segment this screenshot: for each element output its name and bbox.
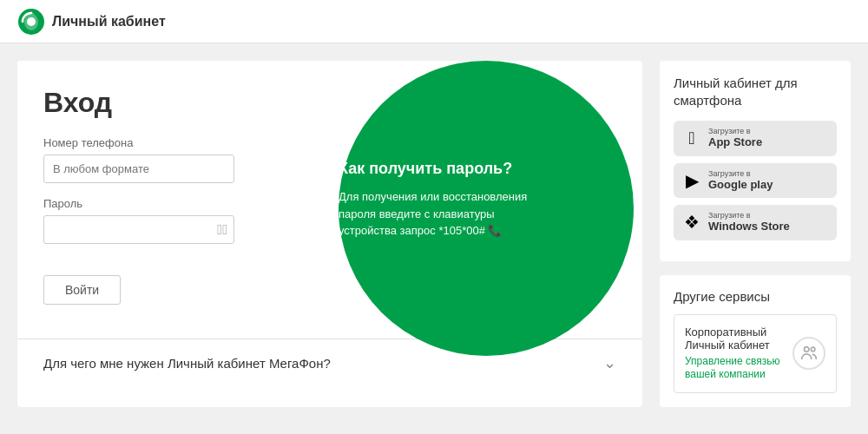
users-icon [799,344,819,363]
form-area: Вход Номер телефона Пароль 👁̸ В [43,87,269,312]
header-title: Личный кабинет [52,14,166,30]
appstore-text: Загрузите в App Store [708,128,762,149]
corporate-service-card: Корпоративный Личный кабинет Управление … [674,314,837,393]
phone-input[interactable] [43,155,234,183]
googleplay-text: Загрузите в Google play [708,170,773,192]
service-info: Корпоративный Личный кабинет Управление … [685,326,786,382]
appstore-name: App Store [708,135,762,149]
password-label: Пароль [43,197,269,210]
googleplay-sub: Загрузите в [708,170,773,178]
info-body: Для получения или восстановления пароля … [339,188,538,240]
windowsstore-button[interactable]: ❖ Загрузите в Windows Store [674,205,837,240]
appstore-button[interactable]:  Загрузите в App Store [674,121,837,156]
login-button[interactable]: Войти [43,275,121,305]
form-title: Вход [43,87,269,119]
faq-section[interactable]: Для чего мне нужен Личный кабинет МегаФо… [17,339,642,386]
other-services-section: Другие сервисы Корпоративный Личный каби… [660,275,851,407]
windowsstore-name: Windows Store [708,220,790,233]
password-field-group: Пароль 👁̸ [43,197,269,244]
phone-field-group: Номер телефона [43,136,269,183]
windowsstore-text: Загрузите в Windows Store [708,212,790,233]
left-panel: Вход Номер телефона Пароль 👁̸ В [17,61,642,407]
password-input[interactable] [43,215,234,244]
main-content: Вход Номер телефона Пароль 👁̸ В [0,43,868,424]
googleplay-icon: ▶ [682,170,701,191]
info-area: Как получить пароль? Для получения или в… [269,87,616,312]
header: Личный кабинет [0,0,868,43]
service-link[interactable]: Управление связью вашей компании [685,355,786,382]
toggle-password-icon[interactable]: 👁̸ [217,222,227,238]
phone-label: Номер телефона [43,136,269,149]
svg-point-2 [805,347,810,352]
login-section: Вход Номер телефона Пароль 👁̸ В [17,61,642,339]
chevron-down-icon: ⌄ [603,353,616,372]
info-text-box: Как получить пароль? Для получения или в… [321,142,564,257]
googleplay-name: Google play [708,178,773,192]
service-icon-circle [792,337,825,370]
googleplay-button[interactable]: ▶ Загрузите в Google play [674,163,837,199]
windowsstore-sub: Загрузите в [708,212,790,220]
svg-point-1 [27,17,36,26]
info-title: Как получить пароль? [339,160,538,178]
other-services-title: Другие сервисы [674,289,837,304]
windows-icon: ❖ [682,212,701,233]
smartphone-section: Личный кабинет для смартфона  Загрузите… [660,61,851,261]
right-panel: Личный кабинет для смартфона  Загрузите… [660,61,851,407]
service-name: Корпоративный Личный кабинет [685,326,786,352]
apple-icon:  [682,128,701,148]
faq-question: Для чего мне нужен Личный кабинет МегаФо… [43,356,331,371]
appstore-sub: Загрузите в [708,128,762,135]
smartphone-section-title: Личный кабинет для смартфона [674,75,837,108]
megafon-logo-icon [17,8,45,36]
password-wrapper: 👁̸ [43,215,234,244]
svg-point-3 [811,348,815,352]
logo: Личный кабинет [17,8,166,36]
